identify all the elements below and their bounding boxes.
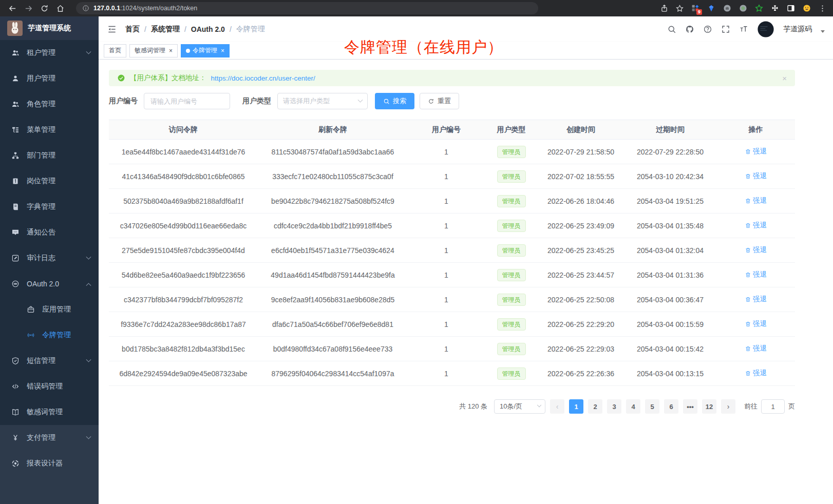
app: 芋道管理系统 租户管理用户管理角色管理菜单管理部门管理岗位管理字典管理通知公告审… bbox=[0, 16, 833, 504]
back-icon[interactable] bbox=[8, 4, 17, 13]
force-logout-button[interactable]: 强退 bbox=[745, 295, 767, 304]
table-row: f9336e7c7dd242a283ee98dc86b17a87dfa6c71a… bbox=[109, 312, 795, 337]
user-menu-caret-icon[interactable] bbox=[821, 30, 825, 33]
force-logout-button[interactable]: 强退 bbox=[745, 270, 767, 279]
forward-icon[interactable] bbox=[24, 4, 33, 13]
users-icon bbox=[11, 49, 20, 57]
search-icon[interactable] bbox=[667, 25, 676, 34]
force-logout-button[interactable]: 强退 bbox=[745, 369, 767, 378]
force-logout-label: 强退 bbox=[753, 221, 767, 230]
page-ellipsis[interactable]: ••• bbox=[683, 399, 697, 414]
sidebar-item-5[interactable]: 部门管理 bbox=[0, 143, 99, 168]
url-path: :1024/system/oauth2/token bbox=[120, 5, 197, 12]
sidebar-item-10[interactable]: OAuth 2.0 bbox=[0, 271, 99, 297]
sidebar-item-12[interactable]: 令牌管理 bbox=[0, 322, 99, 348]
sidebar-item-17[interactable]: 报表设计器 bbox=[0, 451, 99, 476]
stargreen-extension-icon[interactable] bbox=[754, 4, 764, 13]
force-logout-button[interactable]: 强退 bbox=[745, 221, 767, 230]
trash-icon bbox=[745, 321, 751, 327]
notice-link[interactable]: https://doc.iocoder.cn/user-center/ bbox=[211, 74, 315, 82]
sidebar-item-15[interactable]: 敏感词管理 bbox=[0, 399, 99, 425]
page-button-4[interactable]: 4 bbox=[626, 399, 640, 414]
home-icon[interactable] bbox=[56, 4, 65, 13]
sidebar-item-16[interactable]: 支付管理 bbox=[0, 425, 99, 451]
help-icon[interactable] bbox=[703, 25, 712, 34]
page-button-6[interactable]: 6 bbox=[664, 399, 678, 414]
panel-extension-icon[interactable] bbox=[786, 4, 796, 13]
search-button[interactable]: 搜索 bbox=[375, 93, 414, 109]
user-type-cell: 管理员 bbox=[485, 263, 538, 287]
puzzle-extension-icon[interactable] bbox=[770, 4, 780, 13]
gem-extension-icon[interactable] bbox=[707, 4, 716, 13]
sidebar-item-14[interactable]: 错误码管理 bbox=[0, 374, 99, 399]
address-bar[interactable]: 127.0.0.1:1024/system/oauth2/token bbox=[76, 2, 538, 14]
sidebar-item-6[interactable]: 岗位管理 bbox=[0, 168, 99, 194]
sidebar-item-13[interactable]: 短信管理 bbox=[0, 348, 99, 374]
page-button-2[interactable]: 2 bbox=[588, 399, 602, 414]
tab-close-icon[interactable]: × bbox=[169, 48, 173, 54]
goto-page-input[interactable] bbox=[761, 399, 785, 414]
emoji-extension-icon[interactable] bbox=[802, 4, 811, 13]
page-button-5[interactable]: 5 bbox=[645, 399, 659, 414]
sidebar-item-label: OAuth 2.0 bbox=[27, 280, 59, 288]
force-logout-button[interactable]: 强退 bbox=[745, 319, 767, 328]
bookmark-star-icon[interactable] bbox=[675, 4, 684, 13]
page-button-1[interactable]: 1 bbox=[569, 399, 583, 414]
force-logout-button[interactable]: 强退 bbox=[745, 147, 767, 156]
font-size-icon[interactable] bbox=[739, 25, 748, 34]
force-logout-label: 强退 bbox=[753, 344, 767, 353]
force-logout-label: 强退 bbox=[753, 295, 767, 304]
rec-extension-icon[interactable] bbox=[739, 4, 748, 13]
sidebar-item-7[interactable]: 字典管理 bbox=[0, 194, 99, 220]
force-logout-button[interactable]: 强退 bbox=[745, 171, 767, 181]
force-logout-button[interactable]: 强退 bbox=[745, 245, 767, 255]
sidebar-item-11[interactable]: 应用管理 bbox=[0, 297, 99, 322]
collapse-sidebar-icon[interactable] bbox=[107, 24, 117, 34]
user-id-cell: 1 bbox=[408, 312, 485, 337]
user-id-cell: 1 bbox=[408, 164, 485, 189]
page-size-select[interactable]: 10条/页 bbox=[494, 399, 545, 414]
fullscreen-icon[interactable] bbox=[721, 25, 730, 34]
sidebar-item-9[interactable]: 审计日志 bbox=[0, 245, 99, 271]
user-id-input[interactable] bbox=[144, 93, 230, 109]
blocks-extension-icon[interactable]: 9 bbox=[691, 4, 700, 13]
user-type-select[interactable]: 请选择用户类型 bbox=[277, 93, 368, 109]
user-name[interactable]: 芋道源码 bbox=[783, 25, 812, 34]
user-type-cell: 管理员 bbox=[485, 140, 538, 164]
sidebar-item-4[interactable]: 菜单管理 bbox=[0, 117, 99, 143]
tab-敏感词管理[interactable]: 敏感词管理× bbox=[129, 44, 178, 57]
github-icon[interactable] bbox=[685, 25, 694, 34]
sidebar-item-1[interactable]: 租户管理 bbox=[0, 40, 99, 66]
trash-icon bbox=[745, 296, 751, 303]
cam-extension-icon[interactable] bbox=[723, 4, 732, 13]
expire-time-cell: 2054-03-04 01:32:04 bbox=[624, 238, 716, 263]
tab-令牌管理[interactable]: 令牌管理× bbox=[181, 44, 230, 57]
reset-button[interactable]: 重置 bbox=[420, 93, 459, 109]
avatar[interactable] bbox=[757, 21, 774, 38]
sidebar-item-2[interactable]: 用户管理 bbox=[0, 66, 99, 91]
sidebar-item-3[interactable]: 角色管理 bbox=[0, 91, 99, 117]
app-logo[interactable]: 芋道管理系统 bbox=[0, 16, 99, 40]
operation-cell: 强退 bbox=[716, 337, 795, 361]
breadcrumb-item[interactable]: 系统管理 bbox=[151, 25, 180, 34]
notice-close-icon[interactable]: × bbox=[782, 74, 787, 83]
force-logout-button[interactable]: 强退 bbox=[745, 344, 767, 353]
site-info-icon[interactable] bbox=[82, 5, 89, 12]
next-page-button[interactable]: › bbox=[721, 399, 735, 414]
breadcrumb-item[interactable]: 首页 bbox=[125, 25, 140, 34]
tab-label: 令牌管理 bbox=[193, 46, 217, 55]
tab-close-icon[interactable]: × bbox=[221, 48, 224, 54]
sidebar-item-8[interactable]: 通知公告 bbox=[0, 220, 99, 245]
extension-icons: 9 bbox=[691, 4, 811, 13]
breadcrumb-item[interactable]: OAuth 2.0 bbox=[191, 25, 225, 33]
tab-首页[interactable]: 首页 bbox=[104, 44, 126, 57]
page-button-3[interactable]: 3 bbox=[607, 399, 621, 414]
share-icon[interactable] bbox=[660, 4, 669, 13]
reload-icon[interactable] bbox=[40, 4, 49, 13]
force-logout-button[interactable]: 强退 bbox=[745, 196, 767, 205]
page-button-12[interactable]: 12 bbox=[702, 399, 716, 414]
browser-menu-icon[interactable] bbox=[818, 4, 827, 13]
created-time-cell: 2022-06-25 22:29:20 bbox=[538, 312, 624, 337]
breadcrumb-separator: / bbox=[230, 25, 232, 33]
prev-page-button[interactable]: ‹ bbox=[550, 399, 564, 414]
